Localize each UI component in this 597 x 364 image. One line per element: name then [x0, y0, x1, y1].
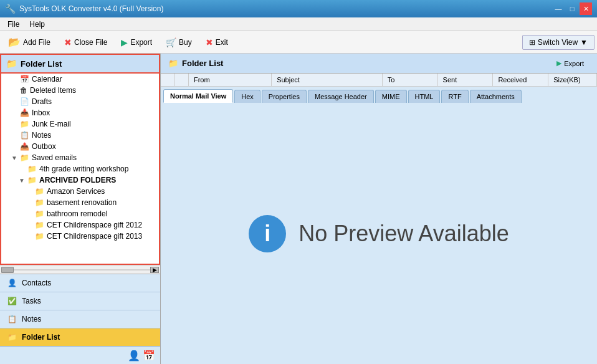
nav-notes-icon: 📋	[7, 315, 17, 323]
folder-list-header: 📁 Folder List	[0, 54, 160, 74]
maximize-button[interactable]: □	[566, 2, 578, 15]
tab-html[interactable]: HTML	[408, 90, 441, 103]
inbox-icon: 📥	[20, 108, 29, 117]
nav-calendar-icon: 📅	[143, 350, 155, 362]
export-button[interactable]: ▶ Export	[115, 34, 158, 50]
writing-label: 4th grade writing workshop	[39, 165, 128, 173]
col-header-received[interactable]: Received	[493, 74, 548, 87]
nav-folder-icon: 📁	[7, 333, 17, 342]
drafts-icon: 📄	[20, 97, 29, 106]
folder-list-header-icon: 📁	[6, 59, 17, 69]
bathroom-label: bathroom remodel	[47, 209, 107, 218]
tree-item-junk[interactable]: 📁 Junk E-mail	[1, 118, 159, 130]
calendar-label: Calendar	[32, 75, 62, 84]
col-header-to[interactable]: To	[382, 74, 437, 87]
contacts-icon: 👤	[7, 279, 17, 287]
tree-item-calendar[interactable]: 📅 Calendar	[1, 74, 159, 85]
buy-icon: 🛒	[166, 37, 176, 47]
drafts-label: Drafts	[32, 97, 52, 106]
switch-view-button[interactable]: ⊞ Switch View ▼	[522, 35, 595, 50]
tree-item-saved[interactable]: ▼ 📁 Saved emails	[1, 152, 159, 163]
outbox-label: Outbox	[32, 142, 56, 151]
folder-list-header-label: Folder List	[21, 59, 62, 69]
notes-label: Notes	[32, 131, 51, 140]
junk-icon: 📁	[20, 120, 29, 128]
right-export-icon: ▶	[556, 59, 561, 67]
tab-attachments[interactable]: Attachments	[470, 90, 522, 103]
tasks-icon: ✅	[7, 297, 17, 305]
horizontal-scrollbar[interactable]: ▶	[0, 265, 160, 274]
info-icon: i	[249, 215, 286, 252]
saved-expand-icon: ▼	[11, 155, 17, 161]
nav-tasks[interactable]: ✅ Tasks	[0, 292, 160, 310]
close-button[interactable]: ✕	[580, 2, 592, 15]
tab-mime[interactable]: MIME	[375, 90, 407, 103]
tab-rtf[interactable]: RTF	[441, 90, 468, 103]
right-header-icon: 📁	[168, 59, 178, 68]
right-panel-header: 📁 Folder List ▶ Export	[161, 54, 597, 74]
bathroom-icon: 📁	[35, 209, 44, 218]
switch-view-icon: ⊞	[529, 38, 535, 47]
tree-item-basement[interactable]: 📁 basement renovation	[1, 197, 159, 208]
archived-expand-icon: ▼	[19, 177, 25, 184]
menu-bar: File Help	[0, 17, 597, 31]
export-icon: ▶	[121, 37, 128, 47]
tree-item-notes[interactable]: 📋 Notes	[1, 130, 159, 141]
tree-item-cet2013[interactable]: 📁 CET Childrenspace gift 2013	[1, 231, 159, 242]
switch-view-dropdown-icon: ▼	[580, 38, 588, 47]
tabs-bar: Normal Mail View Hex Properties Message …	[161, 87, 597, 103]
right-panel: 📁 Folder List ▶ Export From Subject To	[161, 54, 597, 364]
col-header-from[interactable]: From	[188, 74, 271, 87]
junk-label: Junk E-mail	[32, 120, 71, 128]
folder-tree[interactable]: 📅 Calendar 🗑 Deleted Items 📄 Drafts 📥 In…	[0, 74, 160, 265]
menu-file[interactable]: File	[2, 19, 24, 30]
writing-icon: 📁	[27, 165, 37, 173]
nav-folder-list[interactable]: 📁 Folder List	[0, 328, 160, 347]
exit-button[interactable]: ✖ Exit	[200, 34, 234, 50]
tree-item-drafts[interactable]: 📄 Drafts	[1, 96, 159, 107]
right-header-label: Folder List	[182, 59, 223, 68]
tree-item-outbox[interactable]: 📤 Outbox	[1, 141, 159, 152]
cet2012-icon: 📁	[35, 221, 44, 229]
preview-area: i No Preview Available	[161, 103, 597, 364]
saved-label: Saved emails	[32, 153, 77, 162]
nav-panel: 👤 Contacts ✅ Tasks 📋 Notes 📁 Folder List…	[0, 274, 160, 364]
exit-icon: ✖	[206, 37, 213, 47]
nav-bottom-icons: 👤 📅	[0, 347, 160, 364]
saved-icon: 📁	[20, 153, 29, 162]
inbox-label: Inbox	[32, 108, 50, 117]
tab-hex[interactable]: Hex	[234, 90, 260, 103]
calendar-icon: 📅	[20, 75, 29, 84]
email-table: From Subject To Sent Received Size(KB)	[161, 74, 597, 87]
cet2012-label: CET Childrenspace gift 2012	[47, 221, 142, 229]
nav-notes[interactable]: 📋 Notes	[0, 310, 160, 328]
archived-label: ARCHIVED FOLDERS	[39, 176, 116, 184]
col-header-sent[interactable]: Sent	[437, 74, 493, 87]
tab-normal-mail-view[interactable]: Normal Mail View	[163, 89, 233, 103]
close-file-button[interactable]: ✖ Close File	[59, 34, 113, 50]
col-header-check[interactable]	[161, 74, 174, 87]
window-controls: — □ ✕	[552, 2, 592, 15]
tree-item-deleted[interactable]: 🗑 Deleted Items	[1, 85, 159, 96]
col-header-icon[interactable]	[174, 74, 188, 87]
tree-item-cet2012[interactable]: 📁 CET Childrenspace gift 2012	[1, 219, 159, 231]
tree-item-inbox[interactable]: 📥 Inbox	[1, 107, 159, 118]
tree-item-archived[interactable]: ▼ 📁 ARCHIVED FOLDERS	[1, 175, 159, 186]
tree-item-bathroom[interactable]: 📁 bathroom remodel	[1, 208, 159, 219]
no-preview-text: No Preview Available	[298, 221, 509, 247]
minimize-button[interactable]: —	[552, 2, 565, 15]
tree-item-writing[interactable]: 📁 4th grade writing workshop	[1, 163, 159, 175]
tab-properties[interactable]: Properties	[262, 90, 307, 103]
nav-contacts[interactable]: 👤 Contacts	[0, 274, 160, 292]
cet2013-icon: 📁	[35, 232, 44, 241]
col-header-subject[interactable]: Subject	[272, 74, 383, 87]
tree-item-amazon[interactable]: 📁 Amazon Services	[1, 186, 159, 197]
menu-help[interactable]: Help	[24, 19, 50, 30]
add-file-button[interactable]: 📂 Add File	[2, 33, 56, 51]
col-header-size[interactable]: Size(KB)	[548, 74, 597, 87]
buy-button[interactable]: 🛒 Buy	[160, 34, 198, 50]
tab-message-header[interactable]: Message Header	[308, 90, 374, 103]
right-export-button[interactable]: ▶ Export	[551, 57, 590, 69]
app-title: SysTools OLK Converter v4.0 (Full Versio…	[19, 4, 163, 13]
cet2013-label: CET Childrenspace gift 2013	[47, 232, 142, 241]
